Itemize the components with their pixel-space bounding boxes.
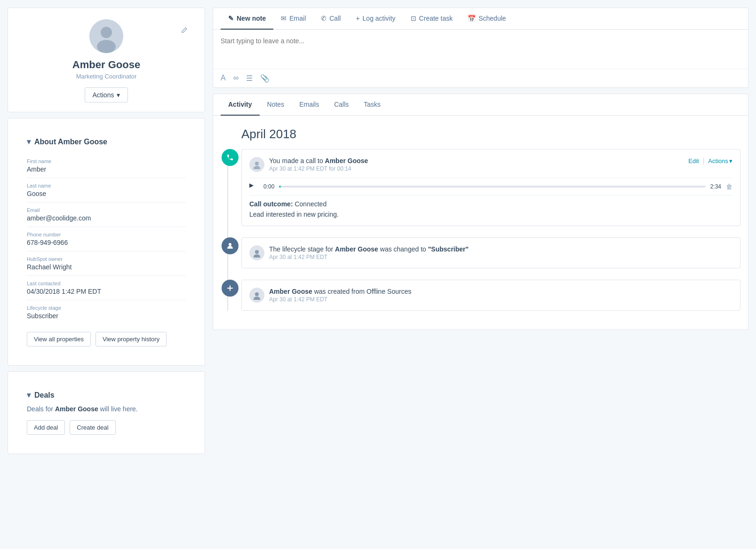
lifecycle-event-text: The lifecycle stage for Amber Goose was … (269, 245, 469, 253)
activity-panel: Activity Notes Emails Calls Tasks April … (213, 94, 748, 330)
text-format-icon[interactable]: A (221, 74, 226, 83)
call-event-card: You made a call to Amber Goose Apr 30 at… (241, 149, 740, 226)
call-avatar (249, 157, 264, 172)
created-event-text: Amber Goose was created from Offline Sou… (269, 288, 411, 295)
svg-point-11 (255, 292, 259, 296)
svg-point-4 (255, 162, 259, 165)
about-card: ▾ About Amber Goose First nameAmberLast … (8, 118, 205, 366)
svg-point-8 (255, 250, 259, 254)
note-tabs-bar: ✎ New note ✉ Email ✆ Call + Log activity… (213, 8, 748, 30)
lifecycle-timeline-icon (222, 237, 239, 254)
add-deal-button[interactable]: Add deal (27, 420, 65, 435)
about-fields: First nameAmberLast nameGooseEmailamber@… (27, 154, 186, 324)
month-label: April 2018 (213, 116, 748, 149)
call-actions-link[interactable]: Actions ▾ (708, 157, 732, 165)
task-icon: ⊡ (411, 15, 416, 22)
tab-activity[interactable]: Activity (221, 94, 260, 116)
create-deal-button[interactable]: Create deal (70, 420, 115, 435)
created-event-card: Amber Goose was created from Offline Sou… (241, 280, 740, 311)
chevron-down-icon: ▾ (729, 157, 732, 165)
call-outcome: Call outcome: Connected (249, 200, 732, 208)
svg-point-2 (97, 40, 116, 53)
lifecycle-avatar (249, 245, 264, 260)
tab-tasks[interactable]: Tasks (356, 94, 388, 116)
tab-emails[interactable]: Emails (292, 94, 326, 116)
link-icon[interactable]: ∞ (233, 74, 239, 83)
attachment-icon[interactable]: 📎 (260, 74, 270, 83)
timeline-item-created: Amber Goose was created from Offline Sou… (241, 280, 748, 311)
field-hubspot-owner: HubSpot ownerRachael Wright (27, 251, 186, 276)
lifecycle-event-time: Apr 30 at 1:42 PM EDT (269, 254, 469, 260)
about-heading: ▾ About Amber Goose (27, 137, 186, 146)
call-event-title: You made a call to Amber Goose (269, 157, 368, 165)
lifecycle-event-card: The lifecycle stage for Amber Goose was … (241, 237, 740, 268)
tab-new-note[interactable]: ✎ New note (221, 8, 273, 30)
deals-chevron-icon: ▾ (27, 391, 31, 400)
call-notes: Lead interested in new pricing. (249, 211, 732, 218)
note-panel: ✎ New note ✉ Email ✆ Call + Log activity… (213, 8, 748, 88)
chevron-down-icon: ▾ (117, 91, 120, 99)
field-last-name: Last nameGoose (27, 178, 186, 203)
play-button[interactable]: ▶ (249, 182, 259, 191)
note-input[interactable] (213, 30, 748, 67)
current-time: 0:00 (263, 183, 274, 190)
plus-icon: + (356, 15, 359, 22)
tab-schedule[interactable]: 📅 Schedule (460, 8, 513, 30)
activity-body: April 2018 (213, 116, 748, 329)
created-event-time: Apr 30 at 1:42 PM EDT (269, 296, 411, 303)
avatar (89, 19, 123, 53)
call-event-time: Apr 30 at 1:42 PM EDT for 00:14 (269, 165, 368, 172)
tab-email[interactable]: ✉ Email (273, 8, 313, 30)
tab-calls[interactable]: Calls (326, 94, 356, 116)
deals-description: Deals for Amber Goose will live here. (27, 405, 186, 413)
field-first-name: First nameAmber (27, 154, 186, 178)
note-toolbar: A ∞ ☰ 📎 (213, 69, 748, 87)
progress-bar[interactable] (279, 186, 705, 188)
timeline-item-lifecycle: The lifecycle stage for Amber Goose was … (241, 237, 748, 268)
deals-heading: ▾ Deals (27, 391, 186, 400)
tab-create-task[interactable]: ⊡ Create task (403, 8, 461, 30)
field-last-contacted: Last contacted04/30/2018 1:42 PM EDT (27, 276, 186, 300)
phone-icon: ✆ (321, 15, 326, 22)
audio-player: ▶ 0:00 2:34 🗑 (249, 178, 732, 196)
progress-fill (279, 186, 281, 188)
tab-log-activity[interactable]: + Log activity (348, 8, 403, 30)
note-icon: ✎ (228, 15, 234, 22)
svg-point-6 (229, 243, 231, 246)
actions-button[interactable]: Actions ▾ (85, 87, 128, 102)
profile-title: Marketing Coordinator (76, 73, 137, 80)
calendar-icon: 📅 (468, 15, 476, 22)
profile-card: Amber Goose Marketing Coordinator Action… (8, 8, 205, 112)
activity-tabs-bar: Activity Notes Emails Calls Tasks (213, 94, 748, 116)
tab-notes[interactable]: Notes (260, 94, 292, 116)
field-phone-number: Phone number678-949-6966 (27, 227, 186, 251)
created-avatar (249, 288, 264, 303)
deals-card: ▾ Deals Deals for Amber Goose will live … (8, 371, 205, 454)
created-timeline-icon (222, 280, 239, 297)
tab-call[interactable]: ✆ Call (313, 8, 348, 30)
chevron-icon: ▾ (27, 137, 31, 146)
field-email: Emailamber@coolidge.com (27, 203, 186, 227)
view-all-properties-button[interactable]: View all properties (27, 332, 91, 346)
delete-icon[interactable]: 🗑 (726, 183, 732, 190)
field-lifecycle-stage: Lifecycle stageSubscriber (27, 300, 186, 324)
audio-duration: 2:34 (710, 183, 721, 190)
edit-icon[interactable] (181, 27, 188, 35)
view-property-history-button[interactable]: View property history (95, 332, 167, 346)
call-edit-link[interactable]: Edit (688, 157, 699, 165)
list-icon[interactable]: ☰ (246, 74, 253, 83)
timeline: You made a call to Amber Goose Apr 30 at… (213, 149, 748, 311)
call-timeline-icon (222, 149, 239, 166)
profile-name: Amber Goose (72, 59, 140, 71)
svg-point-1 (101, 27, 112, 38)
timeline-item-call: You made a call to Amber Goose Apr 30 at… (241, 149, 748, 226)
email-icon: ✉ (281, 15, 286, 22)
